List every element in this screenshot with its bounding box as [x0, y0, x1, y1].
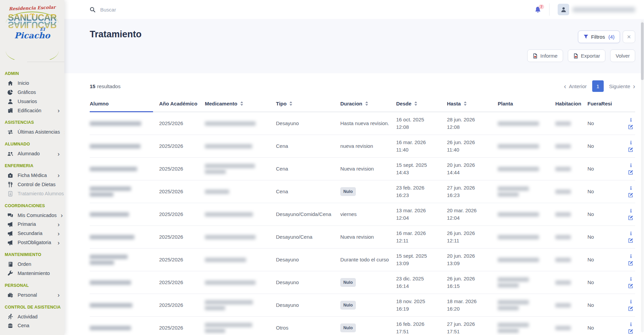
sidebar-item-cena[interactable]: Cena [4, 321, 62, 330]
chevron-right-icon: › [58, 151, 61, 157]
cell-actions [619, 231, 634, 243]
cell-actions [619, 186, 634, 197]
cell-ano-academico: 2025/2026 [159, 188, 205, 195]
cell-alumno [90, 211, 159, 218]
cell-desde: 23 dic. 202516:14 [396, 275, 447, 290]
edit-icon[interactable] [628, 283, 633, 288]
redacted-text [555, 190, 571, 194]
notifications-button[interactable]: 7 [535, 6, 541, 13]
cell-tipo: Desayuno [276, 301, 340, 309]
column-header-duracion[interactable]: Duracion [340, 95, 396, 112]
sidebar-item-gráficos[interactable]: Gráficos [4, 88, 62, 97]
info-icon[interactable] [629, 118, 633, 122]
volver-button[interactable]: Volver [610, 50, 635, 62]
cell-hasta: 27 jun. 202616:23 [447, 184, 498, 199]
cell-ano-academico: 2025/2026 [159, 256, 205, 263]
redacted-text [205, 212, 253, 217]
hasta-time: 12:11 [447, 237, 493, 244]
cell-habitacion [555, 234, 587, 241]
cell-ano-academico: 2025/2026 [159, 165, 205, 173]
cell-medicamento [205, 279, 276, 286]
app-window: Residencia Escolar SANLUCAR SANLUCAR El … [0, 0, 644, 335]
exportar-button[interactable]: Exportar [568, 50, 606, 62]
sidebar-item-edificación[interactable]: Edificación› [4, 106, 62, 115]
info-icon[interactable] [629, 231, 633, 236]
pagination-next[interactable]: Siguiente › [609, 83, 635, 90]
info-icon[interactable] [629, 322, 633, 327]
info-icon[interactable] [629, 163, 633, 168]
column-header-alumno[interactable]: Alumno [90, 95, 159, 112]
column-header-tipo[interactable]: Tipo [276, 95, 340, 112]
user-name-redacted [573, 7, 635, 12]
table-row: 2025/2026CenaNulo23 feb. 202616:2327 jun… [90, 180, 635, 203]
nav-section-personal: PERSONAL [5, 283, 61, 288]
chevron-right-icon: › [58, 292, 61, 298]
clear-filters-button[interactable]: ✕ [623, 31, 635, 43]
info-icon[interactable] [629, 140, 633, 145]
sidebar-item-mantenimiento[interactable]: Mantenimiento [4, 269, 62, 278]
sort-icon[interactable] [240, 101, 243, 106]
sort-icon[interactable] [414, 101, 417, 106]
table-header: AlumnoAño AcadémicoMedicamentoTipoDuraci… [90, 95, 635, 112]
sidebar-item-inicio[interactable]: Inicio [4, 79, 62, 88]
edit-icon[interactable] [628, 193, 633, 197]
edit-icon[interactable] [628, 261, 633, 265]
info-icon[interactable] [629, 299, 633, 304]
sidebar-item-personal[interactable]: Personal› [4, 291, 62, 300]
sidebar-item-ficha-médica[interactable]: Ficha Médica› [4, 171, 62, 180]
sidebar-item-orden[interactable]: Orden [4, 260, 62, 269]
cell-hasta: 18 mar. 202616:20 [447, 298, 498, 313]
edit-icon[interactable] [628, 147, 633, 152]
redacted-text [555, 303, 571, 308]
cell-ano-academico: 2025/2026 [159, 211, 205, 218]
sidebar-item-usuarios[interactable]: Usuarios [4, 97, 62, 106]
pdf-file-icon [573, 53, 578, 59]
edit-icon[interactable] [628, 329, 633, 334]
runner-icon [7, 314, 14, 319]
redacted-text [205, 170, 226, 174]
pagination-prev[interactable]: ‹ Anterior [564, 83, 587, 90]
sidebar-item-actividad[interactable]: Actividad [4, 312, 62, 321]
info-icon[interactable] [629, 186, 633, 190]
cell-planta [498, 143, 555, 150]
sort-icon[interactable] [464, 101, 467, 106]
column-header-desde[interactable]: Desde [396, 95, 447, 112]
scrollbar-thumb[interactable] [641, 22, 644, 80]
informe-button[interactable]: Informe [527, 50, 563, 62]
user-menu[interactable] [558, 4, 635, 15]
desde-time: 14:43 [396, 169, 442, 176]
filters-button[interactable]: Filtros (4) [578, 31, 620, 43]
edit-icon[interactable] [628, 238, 633, 243]
column-header-hasta[interactable]: Hasta [447, 95, 498, 112]
search-input[interactable] [100, 7, 242, 13]
edit-icon[interactable] [628, 215, 633, 220]
edit-icon[interactable] [628, 124, 633, 129]
scrollbar[interactable] [641, 20, 644, 332]
edit-icon[interactable] [628, 170, 633, 175]
sidebar-item-mis-comunicados[interactable]: Mis Comunicados› [4, 211, 62, 220]
results-count: 15 [90, 83, 95, 89]
nav-section-coordinaciones: COORDINACIONES [5, 203, 61, 208]
sort-icon[interactable] [365, 101, 368, 106]
page-title: Tratamiento [90, 29, 635, 40]
cell-alumno [90, 234, 159, 241]
pagination-page-1[interactable]: 1 [592, 80, 604, 92]
sidebar-item-postobligatoria[interactable]: PostObligatoria› [4, 238, 62, 247]
cell-planta [498, 211, 555, 218]
info-icon[interactable] [629, 277, 633, 281]
sidebar-item-secundaria[interactable]: Secundaria› [4, 229, 62, 238]
info-icon[interactable] [629, 209, 633, 213]
sort-icon[interactable] [289, 101, 292, 106]
sidebar-item-primaria[interactable]: Primaria› [4, 220, 62, 229]
sidebar-item-control-de-dietas[interactable]: Control de Dietas [4, 180, 62, 189]
column-header-medicamento[interactable]: Medicamento [205, 95, 276, 112]
cell-tipo: Desayuno [276, 120, 340, 127]
sidebar-item-alumnado[interactable]: Alumnado› [4, 149, 62, 158]
info-icon[interactable] [629, 254, 633, 258]
table-row: 2025/2026Desayuno/CenaNueva revision16 m… [90, 226, 635, 249]
sidebar-item-últimas-asistencias[interactable]: Últimas Asistencias› [4, 127, 62, 137]
desde-date: 23 dic. 2025 [396, 275, 442, 282]
redacted-text [205, 190, 229, 194]
redacted-text [90, 303, 132, 308]
edit-icon[interactable] [628, 306, 633, 311]
